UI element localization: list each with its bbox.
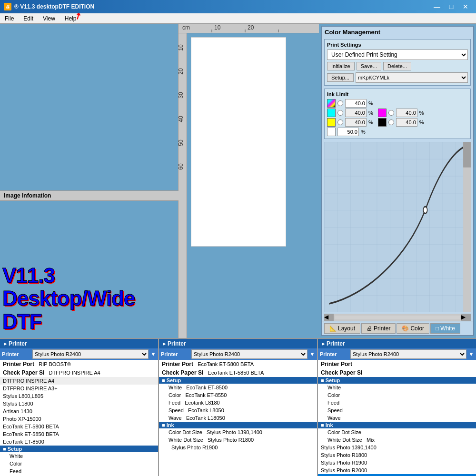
- list-item[interactable]: Speed: [318, 407, 476, 414]
- bottom-area: Printer Printer Stylus Photo R2400 ▼ Pri…: [0, 338, 476, 476]
- h-scrollbar[interactable]: ◀ ▶: [324, 314, 471, 321]
- image-info-header: Image Infomation: [0, 190, 178, 201]
- panel3-content: Printer Port Check Paper Si ■ Setup Whit…: [318, 360, 476, 476]
- save-button[interactable]: Save...: [357, 62, 381, 70]
- center-panel: cm 10 20 10 20 30 40 50 60: [178, 24, 319, 338]
- cyan-swatch: [327, 109, 336, 117]
- list-item[interactable]: Stylus Photo R1900: [159, 444, 317, 451]
- list-item[interactable]: EcoTank ET-5850 BETA: [0, 430, 158, 438]
- printer-panel-2: Printer Printer Stylus Photo R2400 ▼ Pri…: [159, 339, 318, 476]
- list-item[interactable]: Stylus Photo R2000: [318, 466, 476, 474]
- print-settings-select[interactable]: User Defined Print Setting: [327, 50, 468, 60]
- panel1-printer-select[interactable]: Stylus Photo R2400: [32, 349, 149, 359]
- menu-view[interactable]: View: [38, 13, 60, 23]
- list-item-selected[interactable]: Stylus Photo R2400: [318, 474, 476, 476]
- svg-text:50: 50: [178, 139, 184, 146]
- cmyk-value-input[interactable]: [345, 99, 367, 108]
- panel3-select-row: Printer Stylus Photo R2400 ▼: [318, 348, 476, 360]
- list-item[interactable]: Check Paper Si DTFPRO INSPIRE A4: [0, 368, 158, 377]
- logo-area: V11.3 Desktop/Wide DTF: [2, 264, 178, 333]
- list-item[interactable]: Stylus L800,L805: [0, 392, 158, 400]
- white-value-input[interactable]: [337, 128, 359, 136]
- list-item[interactable]: Stylus Photo R1900: [318, 459, 476, 466]
- tab-layout[interactable]: 📐 Layout: [324, 323, 360, 334]
- ink-row-cmyk: %: [327, 99, 468, 108]
- list-item[interactable]: Wave: [318, 414, 476, 422]
- list-item[interactable]: Feed Ecotank L8180: [159, 399, 317, 407]
- menu-edit[interactable]: Edit: [19, 13, 38, 23]
- list-item[interactable]: Color Dot Size: [318, 428, 476, 436]
- list-item[interactable]: Printer Port EcoTank ET-5800 BETA: [159, 360, 317, 368]
- svg-text:10: 10: [214, 24, 221, 31]
- list-item[interactable]: DTFPRO INSPIRE A4: [0, 377, 158, 385]
- list-item[interactable]: White EcoTank ET-8500: [159, 384, 317, 391]
- list-item[interactable]: Check Paper Si EcoTank ET-5850 BETA: [159, 368, 317, 377]
- menu-file[interactable]: File: [0, 13, 19, 23]
- list-item[interactable]: White Dot Size Stylus Photo R1800: [159, 436, 317, 444]
- setup-button[interactable]: Setup...: [327, 73, 354, 82]
- panel3-printer-select[interactable]: Stylus Photo R2400: [350, 349, 466, 359]
- section-setup: ■ Setup: [0, 446, 158, 452]
- list-item[interactable]: Artisan 1430: [0, 407, 158, 415]
- panel3-dropdown-arrow: ▼: [468, 351, 474, 357]
- main-area: V11.3 Desktop/Wide DTF cm 10 20 10 20: [0, 24, 476, 338]
- close-button[interactable]: ✕: [459, 2, 472, 11]
- svg-rect-14: [463, 142, 471, 312]
- tab-printer[interactable]: 🖨 Printer: [361, 323, 396, 334]
- tab-color[interactable]: 🎨 Color: [397, 323, 429, 334]
- list-item[interactable]: Printer Port: [318, 360, 476, 368]
- scroll-left-btn[interactable]: ◀: [324, 314, 334, 321]
- maximize-button[interactable]: □: [445, 2, 458, 11]
- minimize-button[interactable]: —: [430, 2, 444, 11]
- list-item[interactable]: Photo XP-15000: [0, 415, 158, 423]
- list-item[interactable]: EcoTank ET-8500: [0, 438, 158, 446]
- list-item[interactable]: Feed: [0, 467, 158, 475]
- list-item[interactable]: Stylus Photo 1390,1400: [318, 444, 476, 451]
- magenta-value-input[interactable]: [396, 109, 417, 117]
- list-item[interactable]: Wave EcoTank L18050: [159, 414, 317, 422]
- panel2-printer-select[interactable]: Stylus Photo R2400: [191, 349, 307, 359]
- svg-text:20: 20: [248, 24, 254, 31]
- list-item[interactable]: DTFPRO INSPIRE A3+: [0, 385, 158, 392]
- list-item[interactable]: Color EcoTank ET-8550: [159, 391, 317, 399]
- panel2-select-row: Printer Stylus Photo R2400 ▼: [159, 348, 317, 360]
- scroll-right-btn[interactable]: ▶: [461, 314, 471, 321]
- black-radio[interactable]: [388, 119, 394, 125]
- setup-select[interactable]: mKpKCYMLk: [356, 72, 468, 83]
- list-item[interactable]: EcoTank ET-5800 BETA: [0, 423, 158, 430]
- list-item[interactable]: Color Dot Size Stylus Photo 1390,1400: [159, 428, 317, 436]
- list-item[interactable]: Check Paper Si: [318, 368, 476, 377]
- cmyk-radio[interactable]: [337, 100, 343, 106]
- black-value-input[interactable]: [396, 118, 417, 127]
- cyan-radio[interactable]: [337, 110, 343, 116]
- yellow-radio[interactable]: [337, 119, 343, 125]
- initialize-button[interactable]: Initialize: [327, 62, 355, 70]
- list-item[interactable]: Stylus L1800: [0, 400, 158, 407]
- panel1-dropdown-arrow: ▼: [150, 351, 156, 357]
- menu-help[interactable]: Help ↗: [60, 13, 81, 23]
- tab-white[interactable]: □ White: [430, 323, 460, 334]
- section-ink: ■ Ink: [318, 422, 476, 428]
- list-item[interactable]: Speed EcoTank L8050: [159, 407, 317, 414]
- magenta-radio[interactable]: [388, 110, 394, 116]
- list-item[interactable]: White: [318, 384, 476, 391]
- list-item[interactable]: Feed: [318, 399, 476, 407]
- print-settings-label: Print Settings: [327, 42, 468, 48]
- magenta-pct: %: [419, 110, 424, 116]
- yellow-value-input[interactable]: [345, 118, 367, 127]
- cyan-value-input[interactable]: [345, 109, 367, 117]
- list-item[interactable]: White Dot Size Mix: [318, 436, 476, 444]
- black-pct: %: [419, 119, 424, 125]
- ink-row-white: %: [327, 128, 468, 136]
- ruler-left: 10 20 30 40 50 60: [178, 33, 187, 338]
- list-item[interactable]: White: [0, 452, 158, 460]
- list-item[interactable]: Printer Port RIP BOOST®: [0, 360, 158, 368]
- svg-rect-15: [463, 142, 471, 168]
- svg-text:10: 10: [178, 44, 184, 51]
- list-item[interactable]: Color: [0, 460, 158, 467]
- tab-printer-label: Printer: [374, 325, 390, 332]
- delete-button[interactable]: Delete...: [383, 62, 411, 70]
- list-item[interactable]: Color: [318, 391, 476, 399]
- list-item[interactable]: Stylus Photo R1800: [318, 451, 476, 459]
- svg-text:30: 30: [178, 92, 184, 99]
